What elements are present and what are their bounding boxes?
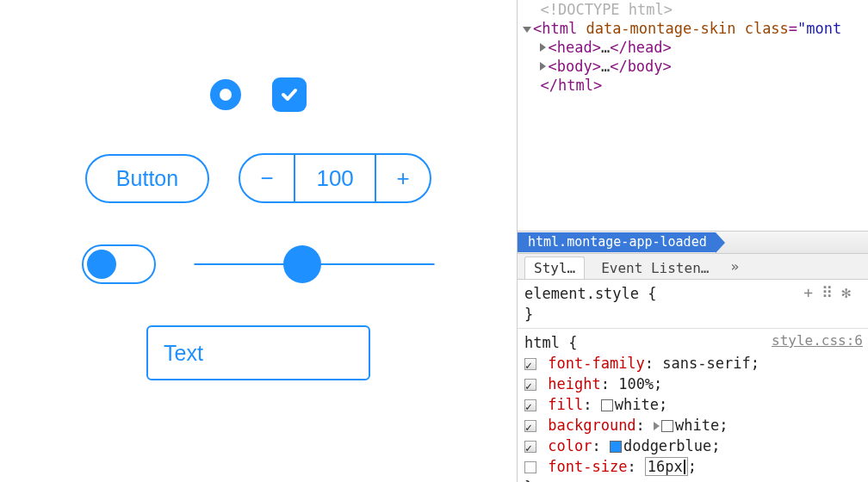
expand-arrow-right-icon[interactable] xyxy=(540,43,546,52)
tab-strip: Styl… Event Listen… » xyxy=(518,254,868,280)
selector-close: } xyxy=(524,477,861,482)
toggle-knob xyxy=(87,250,116,279)
element-style-close: } xyxy=(524,304,861,324)
css-enable-checkbox[interactable] xyxy=(524,441,536,453)
radio-button[interactable] xyxy=(210,79,241,110)
dom-html-close[interactable]: </html> xyxy=(523,76,863,95)
css-property[interactable]: fill xyxy=(548,396,583,413)
checkbox[interactable] xyxy=(272,77,307,112)
row-toggle-slider xyxy=(0,244,517,284)
expand-arrow-right-icon[interactable] xyxy=(540,62,546,71)
more-tabs-icon[interactable]: » xyxy=(730,258,739,275)
stepper-value[interactable]: 100 xyxy=(294,155,376,201)
css-property[interactable]: height xyxy=(548,375,600,392)
dom-doctype[interactable]: <!DOCTYPE html> xyxy=(523,0,863,19)
slider[interactable] xyxy=(194,263,435,265)
text-input[interactable] xyxy=(146,325,370,380)
styles-toolbar: +⠿✻ xyxy=(803,283,859,301)
add-rule-icon[interactable]: + xyxy=(803,283,822,301)
ui-component-showcase: Button − 100 + xyxy=(0,0,517,482)
toggle-switch[interactable] xyxy=(82,244,156,284)
css-enable-checkbox[interactable] xyxy=(524,461,536,473)
css-property[interactable]: font-size xyxy=(548,458,627,475)
color-swatch[interactable] xyxy=(661,420,673,432)
color-swatch[interactable] xyxy=(610,441,622,453)
css-value[interactable]: 100% xyxy=(618,375,654,392)
css-value[interactable]: sans-serif xyxy=(662,355,750,372)
css-enable-checkbox[interactable] xyxy=(524,379,536,391)
stepper-minus-button[interactable]: − xyxy=(240,155,294,201)
expand-tri-icon[interactable] xyxy=(654,422,660,430)
checkmark-icon xyxy=(279,84,300,105)
css-rule[interactable]: fill: white; xyxy=(524,394,861,415)
dom-tree[interactable]: <!DOCTYPE html> <html data-montage-skin … xyxy=(518,0,868,231)
css-rule[interactable]: font-family: sans-serif; xyxy=(524,353,861,374)
css-enable-checkbox[interactable] xyxy=(524,399,536,411)
css-value[interactable]: dodgerblue xyxy=(623,437,711,454)
gear-icon[interactable]: ✻ xyxy=(841,283,859,301)
row-radio-checkbox xyxy=(0,77,517,112)
css-enable-checkbox[interactable] xyxy=(524,358,536,370)
styles-pane: +⠿✻ element.style { } style.css:6 html {… xyxy=(518,280,868,482)
css-rule[interactable]: font-size: 16px; xyxy=(524,456,861,477)
stepper-plus-button[interactable]: + xyxy=(376,155,430,201)
row-button-stepper: Button − 100 + xyxy=(0,153,517,203)
slider-thumb[interactable] xyxy=(283,245,321,283)
css-property[interactable]: background xyxy=(548,417,636,434)
css-property[interactable]: font-family xyxy=(548,355,645,372)
css-enable-checkbox[interactable] xyxy=(524,420,536,432)
css-rule[interactable]: height: 100%; xyxy=(524,374,861,394)
css-value[interactable]: white xyxy=(615,396,659,413)
quantity-stepper: − 100 + xyxy=(239,153,431,203)
breadcrumb: html.montage-app-loaded xyxy=(518,231,868,254)
css-rule[interactable]: background: white; xyxy=(524,415,861,436)
html-style-section[interactable]: style.css:6 html { font-family: sans-ser… xyxy=(518,328,868,482)
tab-styles[interactable]: Styl… xyxy=(524,256,585,279)
button[interactable]: Button xyxy=(85,154,209,203)
dom-html-open[interactable]: <html data-montage-skin class="mont xyxy=(523,19,863,38)
toggle-element-state-icon[interactable]: ⠿ xyxy=(822,283,841,301)
color-swatch[interactable] xyxy=(601,399,613,411)
tab-event-listeners[interactable]: Event Listen… xyxy=(592,256,718,279)
breadcrumb-segment[interactable]: html.montage-app-loaded xyxy=(518,232,716,252)
text-cursor xyxy=(684,460,685,474)
row-text-input xyxy=(0,325,517,380)
radio-dot-icon xyxy=(220,89,232,101)
devtools-panel: <!DOCTYPE html> <html data-montage-skin … xyxy=(517,0,868,482)
css-value[interactable]: white xyxy=(675,417,719,434)
dom-body[interactable]: <body>…</body> xyxy=(523,57,863,76)
css-value-editing[interactable]: 16px xyxy=(645,457,688,476)
dom-head[interactable]: <head>…</head> xyxy=(523,38,863,57)
css-property[interactable]: color xyxy=(548,437,592,454)
expand-arrow-down-icon[interactable] xyxy=(523,27,531,33)
css-rule[interactable]: color: dodgerblue; xyxy=(524,436,861,456)
source-link[interactable]: style.css:6 xyxy=(772,332,863,349)
